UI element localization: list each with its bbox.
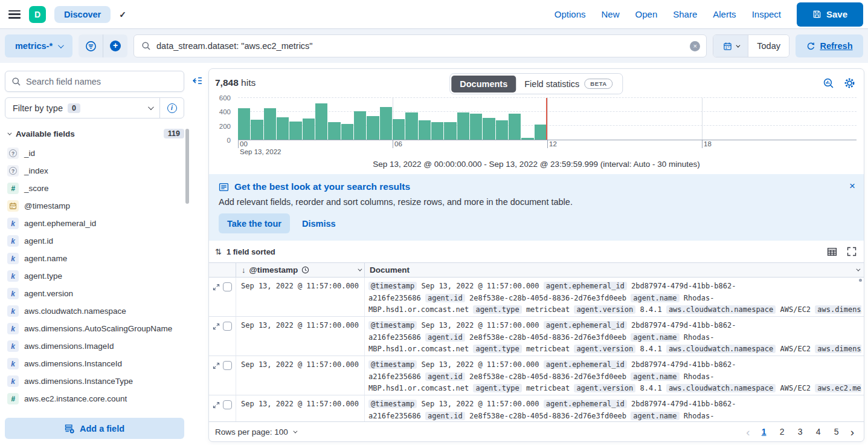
field-item[interactable]: kagent.id xyxy=(5,232,184,250)
histogram-bar[interactable] xyxy=(393,119,405,140)
chevron-down-icon[interactable] xyxy=(7,131,11,135)
field-item[interactable]: @timestamp xyxy=(5,197,184,215)
add-field-button[interactable]: Add a field xyxy=(5,418,184,439)
sorted-fields-button[interactable]: 1 field sorted xyxy=(227,247,275,256)
expand-row-icon[interactable] xyxy=(213,323,220,330)
histogram-bar[interactable] xyxy=(483,118,495,140)
histogram-bar[interactable] xyxy=(238,108,250,140)
row-checkbox[interactable] xyxy=(223,322,232,331)
field-item[interactable]: kagent.type xyxy=(5,267,184,285)
chevron-down-icon[interactable] xyxy=(856,267,860,271)
chevron-down-icon[interactable] xyxy=(358,267,362,271)
data-view-selector[interactable]: metrics-* xyxy=(5,34,72,57)
histogram-bar[interactable] xyxy=(380,107,392,140)
next-page-icon[interactable]: › xyxy=(847,426,858,438)
field-item[interactable]: kaws.dimensions.InstanceId xyxy=(5,355,184,372)
histogram-bar[interactable] xyxy=(264,108,276,140)
histogram-bar[interactable] xyxy=(303,119,315,140)
sidebar-scrollbar[interactable] xyxy=(185,129,189,204)
document-column-header[interactable]: Document xyxy=(365,263,864,277)
histogram-bar[interactable] xyxy=(354,111,366,140)
dismiss-link[interactable]: Dismiss xyxy=(302,219,336,229)
filter-by-type-select[interactable]: Filter by type 0 i xyxy=(5,97,184,119)
add-filter-button[interactable]: + xyxy=(103,34,127,57)
histogram-bar[interactable] xyxy=(405,112,417,140)
histogram-bar[interactable] xyxy=(457,112,469,140)
field-name: agent.type xyxy=(24,270,62,282)
breadcrumb[interactable]: Discover xyxy=(54,6,111,23)
saved-query-icon[interactable] xyxy=(79,34,103,57)
histogram-bar[interactable] xyxy=(328,122,340,140)
clear-query-icon[interactable]: × xyxy=(690,41,700,51)
nav-link-new[interactable]: New xyxy=(602,9,620,19)
space-avatar[interactable]: D xyxy=(29,6,46,23)
histogram-bar[interactable] xyxy=(496,120,508,140)
expand-row-icon[interactable] xyxy=(213,401,220,409)
page-button-2[interactable]: 2 xyxy=(774,424,790,440)
page-button-3[interactable]: 3 xyxy=(792,424,808,440)
field-item[interactable]: #aws.ec2.instance.core.count xyxy=(5,390,184,408)
histogram-bar[interactable] xyxy=(535,125,547,140)
display-options-icon[interactable] xyxy=(827,247,837,257)
tab-documents[interactable]: Documents xyxy=(451,76,516,93)
date-type-icon xyxy=(7,200,19,212)
expand-row-icon[interactable] xyxy=(213,284,220,291)
histogram-bar[interactable] xyxy=(367,116,379,140)
histogram-bar[interactable] xyxy=(431,122,443,140)
page-button-4[interactable]: 4 xyxy=(811,424,826,440)
histogram-bar[interactable] xyxy=(470,114,482,140)
field-item[interactable]: ?_id xyxy=(5,145,184,162)
page-button-1[interactable]: 1 xyxy=(756,424,772,440)
gear-icon[interactable] xyxy=(844,77,855,89)
field-item[interactable]: kaws.dimensions.ImageId xyxy=(5,337,184,355)
info-icon[interactable]: i xyxy=(159,98,184,118)
field-item[interactable]: kaws.dimensions.AutoScalingGroupName xyxy=(5,320,184,337)
histogram-bar[interactable] xyxy=(521,138,533,140)
row-checkbox[interactable] xyxy=(223,400,232,409)
chart-options-icon[interactable] xyxy=(823,77,834,89)
histogram-bar[interactable] xyxy=(341,124,353,140)
timestamp-column-header[interactable]: ↓ @timestamp xyxy=(236,263,365,277)
rows-per-page-button[interactable]: Rows per page: 100 xyxy=(215,427,296,437)
field-item[interactable]: kaws.dimensions.InstanceType xyxy=(5,372,184,390)
histogram-bar[interactable] xyxy=(251,120,263,140)
take-tour-button[interactable]: Take the tour xyxy=(219,213,290,233)
collapse-sidebar-icon[interactable] xyxy=(192,76,202,86)
refresh-button[interactable]: Refresh xyxy=(796,34,863,57)
y-axis-labels: 0200400600 xyxy=(209,98,233,140)
nav-link-open[interactable]: Open xyxy=(635,9,658,19)
histogram-bar[interactable] xyxy=(315,103,327,140)
nav-link-share[interactable]: Share xyxy=(673,9,697,19)
row-checkbox[interactable] xyxy=(223,282,232,291)
nav-link-options[interactable]: Options xyxy=(555,9,586,19)
field-item[interactable]: ?_index xyxy=(5,162,184,180)
histogram-bar[interactable] xyxy=(277,117,289,140)
nav-link-alerts[interactable]: Alerts xyxy=(713,9,736,19)
menu-icon[interactable] xyxy=(8,10,21,19)
previous-page-icon[interactable]: ‹ xyxy=(742,426,753,438)
field-item[interactable]: kagent.name xyxy=(5,250,184,267)
close-icon[interactable]: × xyxy=(849,180,855,192)
histogram-bar[interactable] xyxy=(419,120,431,140)
histogram-bar[interactable] xyxy=(444,122,456,140)
save-button[interactable]: Save xyxy=(797,2,863,27)
fullscreen-icon[interactable] xyxy=(847,247,857,256)
field-item[interactable]: #_score xyxy=(5,180,184,197)
histogram-bar[interactable] xyxy=(509,114,521,140)
histogram-bar[interactable] xyxy=(289,122,301,140)
date-quick-select[interactable]: Today xyxy=(748,35,789,57)
field-search-input[interactable] xyxy=(26,77,178,86)
expand-row-icon[interactable] xyxy=(213,362,220,369)
nav-link-inspect[interactable]: Inspect xyxy=(752,9,781,19)
date-picker-button[interactable] xyxy=(713,35,748,57)
field-item[interactable]: kaws.cloudwatch.namespace xyxy=(5,302,184,320)
field-item[interactable]: kagent.version xyxy=(5,285,184,302)
page-button-5[interactable]: 5 xyxy=(829,424,844,440)
field-chip: agent.name xyxy=(631,372,679,381)
query-input[interactable] xyxy=(156,41,684,51)
row-checkbox[interactable] xyxy=(223,361,232,370)
tab-field-statistics[interactable]: Field statistics BETA xyxy=(516,75,622,93)
table-scrollbar[interactable] xyxy=(859,279,862,282)
field-item[interactable]: kagent.ephemeral_id xyxy=(5,215,184,232)
timestamp-cell: Sep 13, 2022 @ 11:57:00.000 xyxy=(236,317,365,356)
